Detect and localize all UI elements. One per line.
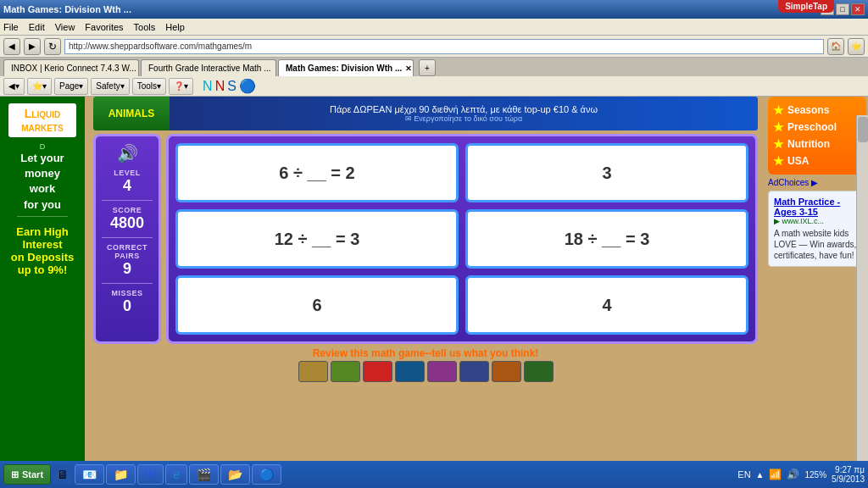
stat-divider-2 — [102, 237, 153, 238]
taskbar: ⊞ Start 🖥 📧 📁 W e 🎬 📂 🔵 EN ▲ 📶 🔊 — [0, 461, 868, 488]
address-bar[interactable]: http://www.sheppardsoftware.com/mathgame… — [64, 39, 824, 54]
star-icon-nutrition: ★ — [773, 137, 784, 151]
taskbar-app-ie[interactable]: e — [165, 464, 187, 485]
simpletap-button[interactable]: SimpleTap — [778, 0, 834, 13]
menu-tools[interactable]: Tools — [134, 22, 156, 32]
sidebar-preschool[interactable]: ★ Preschool — [773, 119, 861, 136]
mini-thumb-6[interactable] — [459, 361, 489, 382]
stats-panel: 🔊 LEVEL 4 SCORE 4800 CORRECT PAIRS 9 — [93, 134, 161, 344]
toolbar-bookmarks[interactable]: ⭐▾ — [27, 78, 52, 95]
math-practice-url[interactable]: ▶ www.IXL.c... — [774, 217, 860, 225]
forward-button[interactable]: ▶ — [24, 38, 41, 55]
refresh-button[interactable]: ↻ — [44, 38, 61, 55]
menu-favorites[interactable]: Favorites — [85, 22, 123, 32]
review-link[interactable]: Review this math game--tell us what you … — [313, 347, 539, 359]
correct-pairs-label: CORRECT PAIRS — [99, 243, 155, 260]
card-4[interactable]: 18 ÷ __ = 3 — [465, 209, 748, 269]
tab-close-math-games[interactable]: ✕ — [405, 64, 412, 73]
tab-inbox[interactable]: INBOX | Kerio Connect 7.4.3 W... ✕ — [3, 59, 139, 76]
card-1[interactable]: 6 ÷ __ = 2 — [175, 143, 459, 202]
scrollbar[interactable] — [856, 115, 868, 461]
window-title: Math Games: Division Wth ... — [3, 4, 131, 14]
taskbar-right: EN ▲ 📶 🔊 125% 9:27 πμ 5/9/2013 — [737, 465, 865, 484]
mini-thumb-1[interactable] — [298, 361, 328, 382]
toolbar-back[interactable]: ◀▾ — [3, 78, 25, 95]
start-button[interactable]: ⊞ Start — [3, 464, 51, 485]
system-clock: 9:27 πμ 5/9/2013 — [832, 465, 865, 484]
mini-thumb-3[interactable] — [363, 361, 392, 382]
math-practice-desc: A math website kids LOVE — Win awards, c… — [774, 228, 860, 261]
taskbar-expand-icon[interactable]: ▲ — [756, 470, 765, 480]
ad-badge: D — [40, 142, 46, 151]
card-5[interactable]: 6 — [175, 275, 459, 335]
sound-button[interactable]: 🔊 — [117, 143, 138, 164]
mini-thumb-5[interactable] — [427, 361, 457, 382]
taskbar-app-1[interactable]: 📧 — [75, 464, 104, 485]
volume-icon[interactable]: 🔊 — [787, 469, 799, 480]
close-button[interactable]: ✕ — [851, 3, 865, 15]
taskbar-app-2[interactable]: 📁 — [106, 464, 136, 485]
toolbar-icon-s: S — [227, 79, 236, 94]
tab-fourth-grade[interactable]: Fourth Grade Interactive Math ... ✕ — [141, 59, 276, 76]
taskbar-show-desktop[interactable]: 🖥 — [53, 464, 73, 485]
left-advertisement: LLIQUID MARKETS D Let your money work fo… — [0, 97, 85, 469]
ad-headline: Let your money work for you — [20, 151, 64, 213]
ad-interest: Earn High Interest on Deposits up to 9%! — [11, 225, 74, 276]
mini-thumb-2[interactable] — [331, 361, 360, 382]
star-icon-seasons: ★ — [773, 103, 784, 117]
misses-value: 0 — [99, 297, 155, 315]
score-label: SCORE — [99, 206, 155, 214]
tab-close-fourth-grade[interactable]: ✕ — [275, 64, 276, 73]
star-button[interactable]: ⭐ — [848, 38, 865, 55]
toolbar-safety[interactable]: Safety▾ — [91, 78, 129, 95]
ad-choices-label[interactable]: AdChoices ▶ — [768, 178, 866, 187]
cards-grid: 6 ÷ __ = 2 3 12 ÷ __ = 3 18 ÷ __ = 3 6 — [166, 134, 758, 344]
main-content: LLIQUID MARKETS D Let your money work fo… — [0, 97, 868, 469]
math-practice-ad: Math Practice - Ages 3-15 ▶ www.IXL.c...… — [768, 191, 866, 267]
maximize-button[interactable]: □ — [836, 3, 849, 15]
tab-math-games[interactable]: Math Games: Division Wth ... ✕ — [278, 59, 414, 76]
sidebar-nutrition[interactable]: ★ Nutrition — [773, 136, 861, 152]
toolbar-page[interactable]: Page▾ — [54, 78, 88, 95]
mini-thumb-8[interactable] — [524, 361, 554, 382]
math-practice-title[interactable]: Math Practice - Ages 3-15 — [774, 197, 860, 217]
promo-banner[interactable]: Πάρε ΔΩΡΕΑΝ μέχρι 90 διεθνή λεπτά, με κά… — [170, 97, 758, 130]
star-icon-usa: ★ — [773, 154, 784, 168]
back-button[interactable]: ◀ — [3, 38, 20, 55]
taskbar-app-5[interactable]: 🔵 — [252, 464, 281, 485]
top-banner: ANIMALS Πάρε ΔΩΡΕΑΝ μέχρι 90 διεθνή λεπτ… — [93, 97, 758, 130]
new-tab-button[interactable]: + — [419, 59, 436, 76]
home-button[interactable]: 🏠 — [827, 38, 844, 55]
animals-banner[interactable]: ANIMALS — [93, 97, 170, 130]
taskbar-app-3[interactable]: 🎬 — [189, 464, 219, 485]
menu-view[interactable]: View — [55, 22, 75, 32]
taskbar-app-word[interactable]: W — [137, 464, 164, 485]
sidebar-usa[interactable]: ★ USA — [773, 152, 861, 169]
sidebar-seasons[interactable]: ★ Seasons — [773, 102, 861, 119]
mini-thumb-7[interactable] — [492, 361, 521, 382]
tabs-bar: INBOX | Kerio Connect 7.4.3 W... ✕ Fourt… — [0, 58, 868, 76]
toolbar-icon-n2: N — [215, 79, 225, 94]
toolbar-tools[interactable]: Tools▾ — [132, 78, 166, 95]
taskbar-app-4[interactable]: 📂 — [220, 464, 250, 485]
card-2[interactable]: 3 — [465, 143, 748, 202]
level-stat: LEVEL 4 — [99, 169, 155, 195]
network-icon: 📶 — [769, 469, 782, 480]
stat-divider-3 — [102, 283, 153, 284]
taskbar-zoom: 125% — [804, 470, 826, 480]
liquid-logo[interactable]: LLIQUID MARKETS — [8, 103, 76, 137]
level-value: 4 — [99, 177, 155, 195]
mini-thumb-4[interactable] — [395, 361, 425, 382]
windows-icon: ⊞ — [11, 469, 19, 480]
card-6[interactable]: 4 — [465, 275, 748, 335]
toolbar-icon-n: N — [203, 79, 213, 94]
menu-file[interactable]: File — [3, 22, 19, 32]
card-3[interactable]: 12 ÷ __ = 3 — [175, 209, 459, 269]
toolbar-help[interactable]: ❓▾ — [169, 78, 193, 95]
game-container: 🔊 LEVEL 4 SCORE 4800 CORRECT PAIRS 9 — [93, 134, 758, 344]
menu-help[interactable]: Help — [165, 22, 185, 32]
menu-edit[interactable]: Edit — [29, 22, 45, 32]
score-stat: SCORE 4800 — [99, 206, 155, 232]
scroll-thumb[interactable] — [858, 117, 868, 142]
toolbar-icon-bt: 🔵 — [239, 78, 256, 94]
